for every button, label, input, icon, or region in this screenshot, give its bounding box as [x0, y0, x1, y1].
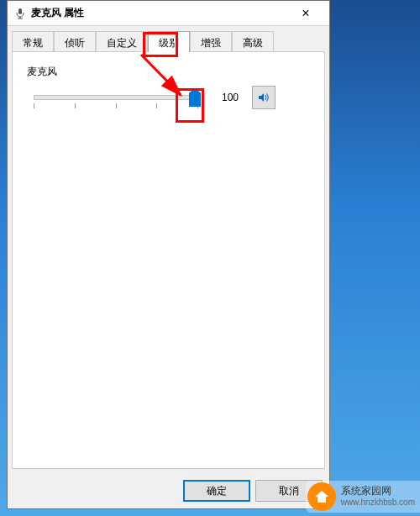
ok-button[interactable]: 确定: [183, 480, 250, 502]
button-label: 取消: [279, 485, 299, 497]
tab-label: 自定义: [107, 37, 137, 49]
slider-tick: [75, 103, 76, 108]
slider-thumb[interactable]: [189, 88, 201, 107]
microphone-properties-dialog: 麦克风 属性 × 常规 侦听 自定义 级别 增强 高级 麦克风 100: [7, 0, 330, 509]
button-label: 确定: [207, 485, 227, 497]
levels-panel: 麦克风 100: [12, 51, 325, 469]
watermark-text: 系统家园网 www.hnzkhbsb.com: [341, 486, 415, 507]
microphone-level-label: 麦克风: [27, 65, 312, 79]
tab-label: 级别: [159, 37, 179, 49]
microphone-icon: [14, 8, 26, 19]
close-icon: ×: [302, 6, 309, 21]
close-button[interactable]: ×: [289, 2, 323, 25]
mute-button[interactable]: [252, 86, 276, 109]
microphone-level-slider[interactable]: [34, 89, 197, 106]
microphone-level-row: 100: [25, 86, 312, 109]
watermark-url: www.hnzkhbsb.com: [341, 498, 415, 508]
tab-strip: 常规 侦听 自定义 级别 增强 高级: [8, 26, 329, 51]
microphone-level-value: 100: [206, 92, 244, 103]
tab-listen[interactable]: 侦听: [54, 31, 96, 52]
tab-levels[interactable]: 级别: [148, 31, 190, 52]
tab-custom[interactable]: 自定义: [96, 31, 148, 52]
tab-enhance[interactable]: 增强: [190, 31, 232, 52]
window-title: 麦克风 属性: [31, 6, 289, 20]
slider-tick: [156, 103, 157, 108]
svg-rect-0: [18, 8, 22, 14]
watermark-name: 系统家园网: [341, 486, 415, 498]
titlebar: 麦克风 属性 ×: [8, 1, 329, 26]
slider-tick: [34, 103, 34, 108]
speaker-icon: [257, 91, 270, 104]
tab-label: 增强: [201, 37, 221, 49]
tab-label: 侦听: [65, 37, 85, 49]
tab-general[interactable]: 常规: [12, 31, 54, 52]
tab-advanced[interactable]: 高级: [232, 31, 274, 52]
slider-track-bg: [34, 95, 197, 100]
tab-label: 高级: [243, 37, 263, 49]
watermark-logo-icon: [307, 482, 336, 511]
dialog-buttons: 确定 取消: [8, 473, 329, 508]
slider-tick: [116, 103, 117, 108]
tab-label: 常规: [23, 37, 43, 49]
watermark: 系统家园网 www.hnzkhbsb.com: [306, 481, 420, 513]
